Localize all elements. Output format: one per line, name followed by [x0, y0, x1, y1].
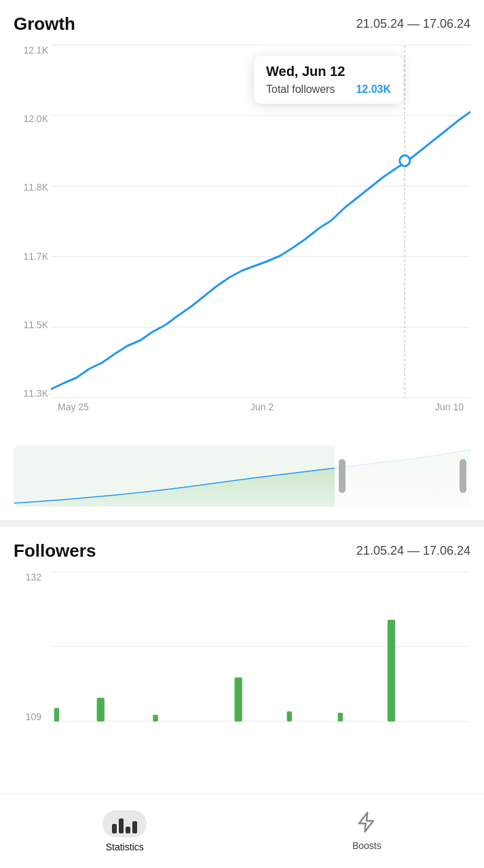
- followers-y-label-0: 109: [14, 712, 44, 722]
- followers-chart-container[interactable]: 109 132: [14, 572, 470, 749]
- range-handle-right[interactable]: [460, 459, 466, 493]
- growth-y-axis: 11.3K 11.5K 11.7K 11.8K 12.0K 12.1K: [14, 45, 51, 398]
- growth-title: Growth: [14, 14, 75, 35]
- statistics-icon: [112, 814, 137, 833]
- bar-2: [119, 818, 124, 833]
- svg-rect-8: [338, 713, 343, 722]
- statistics-label: Statistics: [106, 842, 144, 852]
- y-label-0: 11.3K: [14, 389, 51, 398]
- followers-y-label-1: 132: [14, 572, 44, 582]
- nav-boosts[interactable]: Boosts: [332, 805, 402, 858]
- y-label-3: 11.8K: [14, 182, 51, 192]
- y-label-5: 12.1K: [14, 45, 51, 55]
- growth-date-range: 21.05.24 — 17.06.24: [356, 17, 470, 31]
- followers-bar-svg: [51, 572, 470, 722]
- range-handle-area[interactable]: [335, 446, 470, 507]
- tooltip-value: 12.03K: [356, 83, 391, 96]
- svg-rect-3: [234, 677, 242, 722]
- statistics-icon-bg: [103, 810, 147, 837]
- x-label-0: May 25: [58, 401, 89, 412]
- y-label-1: 11.5K: [14, 320, 51, 330]
- bar-4: [132, 821, 137, 833]
- tooltip-label: Total followers: [266, 83, 335, 96]
- bar-3: [126, 827, 130, 833]
- x-label-2: Jun 10: [435, 401, 464, 412]
- section-separator: [0, 520, 484, 527]
- growth-chart-container[interactable]: 11.3K 11.5K 11.7K 11.8K 12.0K 12.1K: [14, 45, 470, 439]
- svg-rect-4: [388, 620, 395, 722]
- tooltip-row: Total followers 12.03K: [266, 83, 391, 96]
- growth-header: Growth 21.05.24 — 17.06.24: [14, 14, 470, 35]
- bottom-nav: Statistics Boosts: [0, 793, 484, 868]
- svg-point-1: [400, 155, 410, 166]
- chart-tooltip: Wed, Jun 12 Total followers 12.03K: [254, 56, 403, 104]
- y-label-2: 11.7K: [14, 252, 51, 261]
- x-label-1: Jun 2: [250, 401, 274, 412]
- range-handle-left[interactable]: [339, 459, 346, 493]
- growth-section: Growth 21.05.24 — 17.06.24 11.3K 11.5K 1…: [0, 0, 484, 439]
- growth-x-axis: May 25 Jun 2 Jun 10: [51, 401, 470, 412]
- followers-title: Followers: [14, 540, 96, 561]
- followers-section: Followers 21.05.24 — 17.06.24 109 132: [0, 527, 484, 749]
- followers-chart-area[interactable]: [51, 572, 470, 722]
- svg-rect-7: [287, 711, 293, 722]
- y-label-4: 12.0K: [14, 114, 51, 123]
- growth-chart-area[interactable]: Wed, Jun 12 Total followers 12.03K: [51, 45, 470, 398]
- bar-1: [112, 824, 117, 833]
- range-selector[interactable]: [14, 446, 470, 507]
- svg-rect-6: [153, 715, 158, 722]
- boosts-label: Boosts: [352, 840, 381, 851]
- boosts-icon-wrapper: [356, 812, 377, 836]
- followers-y-axis: 109 132: [14, 572, 44, 722]
- svg-rect-2: [97, 698, 105, 722]
- followers-header: Followers 21.05.24 — 17.06.24: [14, 540, 470, 561]
- nav-statistics[interactable]: Statistics: [82, 804, 167, 859]
- tooltip-date: Wed, Jun 12: [266, 64, 391, 79]
- svg-rect-5: [54, 708, 60, 722]
- followers-date-range: 21.05.24 — 17.06.24: [356, 544, 470, 558]
- boosts-icon: [356, 812, 377, 833]
